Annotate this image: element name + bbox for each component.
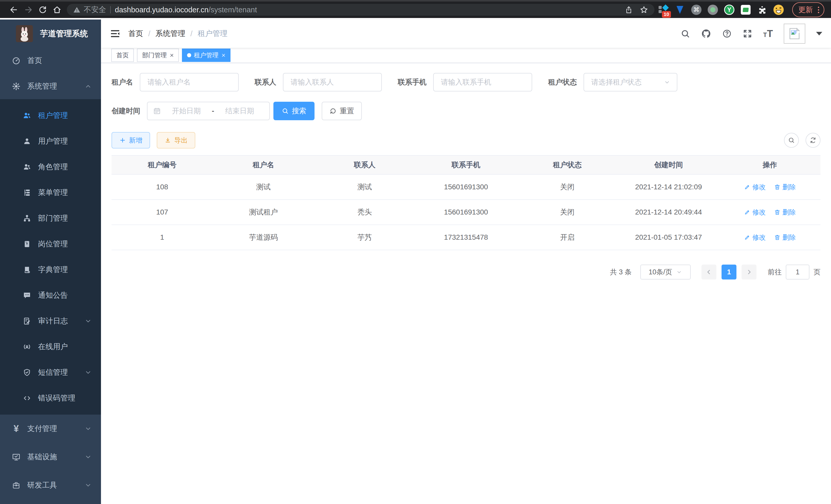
edit-link[interactable]: 修改 (744, 183, 766, 191)
search-icon (788, 137, 795, 144)
sidebar-item-dict[interactable]: 字典管理 (0, 257, 101, 283)
reset-button[interactable]: 重置 (322, 102, 362, 120)
sidebar-item-dept[interactable]: 部门管理 (0, 206, 101, 231)
github-icon[interactable] (701, 29, 711, 39)
contact-input[interactable] (283, 73, 382, 91)
toggle-search-button[interactable] (784, 133, 799, 148)
tab-dept[interactable]: 部门管理 × (137, 49, 179, 62)
tab-close-icon[interactable]: × (170, 52, 174, 59)
fullscreen-icon[interactable] (743, 29, 752, 38)
extensions-puzzle-icon[interactable] (757, 4, 768, 15)
sidebar-collapse-icon[interactable] (110, 28, 120, 39)
address-bar[interactable]: 不安全 dashboard.yudao.iocoder.cn/system/te… (67, 4, 655, 16)
avatar-caret-down-icon[interactable] (816, 32, 822, 38)
export-button[interactable]: 导出 (157, 132, 195, 148)
users-icon (22, 112, 32, 120)
delete-link[interactable]: 删除 (774, 208, 796, 217)
sidebar-item-post[interactable]: 岗位管理 (0, 231, 101, 257)
search-button[interactable]: 搜索 (274, 102, 315, 120)
sidebar-item-home[interactable]: 首页 (0, 48, 101, 73)
header-search-icon[interactable] (681, 29, 690, 38)
tree-list-icon (22, 188, 32, 197)
extension-command-icon[interactable]: ⌘ (691, 4, 702, 15)
help-icon[interactable] (722, 29, 732, 38)
url-text[interactable]: dashboard.yudao.iocoder.cn/system/tenant (115, 6, 257, 14)
profile-avatar-icon[interactable] (773, 4, 784, 15)
sidebar-item-notice[interactable]: 通知公告 (0, 283, 101, 308)
date-range-picker[interactable]: 开始日期 - 结束日期 (147, 102, 270, 120)
edit-link[interactable]: 修改 (744, 233, 766, 242)
chevron-down-icon (85, 425, 92, 432)
extension-chat-icon[interactable] (740, 4, 751, 15)
browser-reload-button[interactable] (35, 3, 50, 17)
sidebar-item-infra[interactable]: 基础设施 (0, 443, 101, 471)
prev-page-button[interactable] (701, 265, 716, 279)
extension-diamond-icon[interactable]: 10 (658, 4, 669, 15)
sidebar-item-user[interactable]: 用户管理 (0, 128, 101, 154)
extension-y-icon[interactable]: Y (724, 4, 735, 15)
bookmark-star-icon[interactable] (639, 5, 648, 14)
status-select[interactable]: 请选择租户状态 (583, 73, 677, 91)
sidebar-item-sms[interactable]: 短信管理 (0, 360, 101, 385)
extension-kite-icon[interactable] (675, 4, 685, 15)
tab-close-icon[interactable]: × (222, 52, 225, 59)
chevron-left-icon (705, 268, 713, 276)
mobile-input[interactable] (433, 73, 532, 91)
sidebar-item-online-users[interactable]: 在线用户 (0, 334, 101, 360)
tab-tenant[interactable]: 租户管理 × (182, 49, 230, 62)
calendar-icon (153, 107, 161, 115)
logo-rabbit-image (16, 25, 33, 42)
status-text: 关闭 (517, 207, 618, 217)
page-number-button[interactable]: 1 (721, 265, 737, 279)
delete-link[interactable]: 删除 (774, 233, 796, 242)
sidebar-item-menu[interactable]: 菜单管理 (0, 180, 101, 206)
tenant-name-input[interactable] (140, 73, 239, 91)
chevron-up-icon (85, 83, 92, 90)
chrome-update-button[interactable]: 更新 (792, 2, 824, 17)
browser-forward-button[interactable] (21, 3, 35, 17)
sidebar-item-role[interactable]: 角色管理 (0, 154, 101, 180)
sidebar: 芋道管理系统 首页 系统管理 租户管理 (0, 20, 101, 504)
security-label[interactable]: 不安全 (84, 5, 106, 15)
delete-link[interactable]: 删除 (774, 183, 796, 191)
add-button[interactable]: 新增 (112, 132, 150, 148)
extension-recorder-icon[interactable] (708, 4, 718, 15)
date-start-placeholder[interactable]: 开始日期 (163, 106, 210, 116)
date-end-placeholder[interactable]: 结束日期 (216, 106, 264, 116)
next-page-button[interactable] (742, 265, 756, 279)
sidebar-item-pay[interactable]: ¥ 支付管理 (0, 415, 101, 443)
app-logo[interactable]: 芋道管理系统 (0, 20, 101, 48)
code-icon (22, 394, 32, 402)
sidebar-item-system[interactable]: 系统管理 (0, 73, 101, 99)
gear-icon (11, 82, 21, 91)
tab-home[interactable]: 首页 (111, 49, 134, 62)
briefcase-icon (11, 481, 21, 490)
insecure-warning-icon[interactable] (73, 6, 81, 13)
chevron-down-icon (85, 482, 92, 489)
refresh-icon (329, 108, 337, 115)
table-header-row: 租户编号 租户名 联系人 联系手机 租户状态 创建时间 操作 (112, 155, 821, 175)
user-avatar[interactable] (784, 24, 805, 44)
browser-home-button[interactable] (50, 3, 64, 17)
top-navbar: 首页 / 系统管理 / 租户管理 TT (101, 20, 831, 48)
edit-link[interactable]: 修改 (744, 208, 766, 217)
share-icon[interactable] (625, 6, 633, 14)
font-size-icon[interactable]: TT (763, 28, 773, 39)
table-row: 1 芋道源码 芋艿 17321315478 开启 2021-01-05 17:0… (112, 225, 821, 250)
sidebar-item-audit-log[interactable]: 审计日志 (0, 308, 101, 334)
breadcrumb-home[interactable]: 首页 (128, 29, 143, 39)
refresh-table-button[interactable] (806, 133, 821, 148)
breadcrumb-system[interactable]: 系统管理 (155, 29, 185, 39)
browser-back-button[interactable] (7, 3, 21, 17)
contact-label: 联系人 (255, 77, 276, 87)
download-icon (165, 137, 171, 144)
status-text: 关闭 (517, 182, 618, 192)
sidebar-item-devtools[interactable]: 研发工具 (0, 471, 101, 499)
sidebar-item-tenant[interactable]: 租户管理 (0, 103, 101, 128)
browser-menu-icon[interactable] (816, 7, 821, 13)
dashboard-gauge-icon (11, 56, 21, 65)
goto-page-input[interactable] (786, 265, 809, 279)
page-size-select[interactable]: 10条/页 (640, 265, 691, 279)
sidebar-item-error-code[interactable]: 错误码管理 (0, 385, 101, 411)
pen-icon (744, 184, 751, 190)
